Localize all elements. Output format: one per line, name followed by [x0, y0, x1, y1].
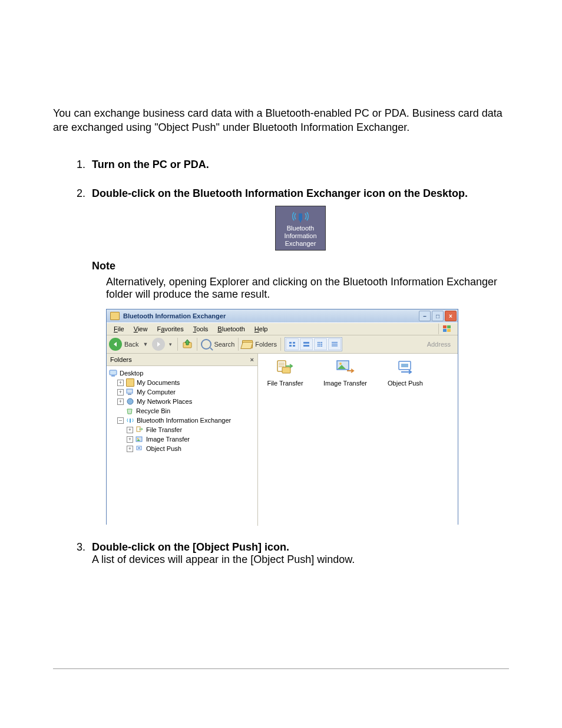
tree-my-documents[interactable]: + My Documents [109, 378, 255, 387]
menu-view[interactable]: View [129, 324, 153, 334]
network-icon [126, 398, 134, 405]
tree-bluetooth-exchanger-label: Bluetooth Information Exchanger [137, 417, 231, 424]
maximize-button[interactable]: □ [432, 311, 444, 321]
svg-rect-17 [319, 344, 320, 345]
tree-file-transfer[interactable]: + File Transfer [109, 425, 255, 434]
desktop-icon [109, 370, 117, 377]
note-label: Note [92, 260, 509, 272]
tree-bluetooth-exchanger[interactable]: – Bluetooth Information Exchanger [109, 416, 255, 425]
expand-icon[interactable]: + [127, 436, 133, 443]
expand-icon[interactable]: + [117, 380, 124, 386]
object-push-icon [382, 357, 429, 378]
menu-bluetooth[interactable]: Bluetooth [213, 324, 250, 334]
view-mode-buttons [285, 337, 342, 351]
tree-object-push[interactable]: + Object Push [109, 444, 255, 453]
svg-rect-30 [130, 419, 131, 423]
back-label[interactable]: Back [124, 341, 138, 348]
view-list-button[interactable] [314, 338, 327, 350]
svg-rect-23 [332, 344, 338, 345]
tree-my-computer[interactable]: + My Computer [109, 387, 255, 397]
view-icons-button[interactable] [300, 338, 313, 350]
content-pane: File Transfer [258, 354, 458, 526]
tree-image-transfer-label: Image Transfer [146, 436, 190, 443]
svg-rect-10 [293, 345, 295, 347]
svg-rect-22 [332, 342, 338, 343]
svg-point-33 [137, 438, 138, 439]
menu-favorites[interactable]: Favorites [152, 324, 188, 334]
search-label[interactable]: Search [214, 341, 234, 348]
tree-my-documents-label: My Documents [137, 379, 180, 386]
expand-icon[interactable]: + [117, 389, 124, 396]
folder-icon [126, 379, 134, 386]
forward-dropdown-icon[interactable]: ▾ [167, 341, 174, 347]
item-object-push[interactable]: Object Push [382, 357, 429, 387]
window-folder-icon [110, 312, 120, 320]
item-image-transfer[interactable]: Image Transfer [322, 357, 369, 387]
svg-rect-8 [293, 342, 295, 344]
tree-recycle-bin[interactable]: Recycle Bin [109, 406, 255, 416]
folders-pane-title: Folders [110, 356, 132, 363]
view-details-button[interactable] [328, 338, 341, 350]
folder-tree: Desktop + My Documents + [107, 366, 257, 456]
address-label[interactable]: Address [427, 341, 455, 348]
folders-label[interactable]: Folders [255, 341, 277, 348]
window-title: Bluetooth Information Exchanger [123, 312, 226, 319]
svg-rect-37 [282, 367, 290, 373]
svg-rect-20 [319, 345, 320, 347]
desktop-icon-label-3: Exchanger [277, 240, 324, 248]
folders-pane-close-button[interactable]: × [250, 356, 254, 363]
back-dropdown-icon[interactable]: ▼ [141, 341, 150, 347]
svg-rect-24 [332, 345, 338, 347]
expand-icon[interactable]: + [127, 427, 133, 433]
collapse-icon[interactable]: – [117, 417, 124, 424]
svg-rect-12 [303, 345, 309, 347]
back-button[interactable] [109, 338, 122, 351]
expand-icon[interactable]: + [117, 398, 124, 405]
close-button[interactable]: × [445, 311, 457, 321]
image-transfer-icon [322, 357, 369, 378]
search-icon[interactable] [201, 339, 211, 350]
svg-rect-26 [111, 375, 115, 377]
forward-button[interactable] [152, 338, 165, 351]
minimize-button[interactable]: – [419, 311, 431, 321]
tree-my-computer-label: My Computer [137, 388, 176, 396]
svg-rect-3 [447, 325, 451, 328]
step-3-body: A list of devices will appear in the [Ob… [92, 554, 355, 565]
bluetooth-signal-icon [292, 210, 309, 225]
svg-rect-2 [443, 325, 447, 328]
toolbar: Back ▼ ▾ [107, 335, 458, 354]
tree-image-transfer[interactable]: + Image Transfer [109, 434, 255, 444]
menu-help[interactable]: Help [250, 324, 273, 334]
file-transfer-icon [262, 357, 309, 378]
tree-desktop[interactable]: Desktop [109, 368, 255, 378]
windows-flag-icon [438, 324, 455, 334]
svg-rect-14 [319, 342, 320, 343]
up-folder-button[interactable] [181, 338, 193, 351]
intro-text: You can exchange business card data with… [53, 106, 509, 135]
tree-my-network[interactable]: + My Network Places [109, 397, 255, 406]
svg-rect-9 [289, 345, 292, 347]
folders-icon[interactable] [242, 340, 253, 348]
svg-rect-19 [318, 345, 319, 347]
view-tiles-button[interactable] [286, 338, 299, 350]
bluetooth-exchanger-desktop-icon: Bluetooth Information Exchanger [275, 206, 326, 251]
titlebar: Bluetooth Information Exchanger – □ × [107, 309, 458, 322]
svg-rect-35 [138, 447, 140, 449]
svg-rect-15 [321, 342, 322, 343]
svg-rect-41 [401, 364, 408, 367]
menubar: File View Favorites Tools Bluetooth Help [107, 322, 458, 335]
svg-rect-4 [443, 329, 447, 332]
step-1: Turn on the PC or PDA. [88, 159, 509, 171]
recycle-bin-icon [125, 407, 134, 414]
menu-file[interactable]: File [109, 324, 129, 334]
file-transfer-icon [135, 426, 144, 433]
tree-recycle-bin-label: Recycle Bin [136, 407, 170, 414]
item-file-transfer[interactable]: File Transfer [262, 357, 309, 387]
footer-divider [53, 668, 509, 669]
step-3-title: Double-click on the [Object Push] icon. [92, 541, 289, 553]
folders-pane-header: Folders × [107, 354, 257, 366]
explorer-window: Bluetooth Information Exchanger – □ × Fi… [106, 309, 458, 525]
svg-rect-18 [321, 344, 322, 345]
expand-icon[interactable]: + [127, 446, 133, 452]
menu-tools[interactable]: Tools [189, 324, 213, 334]
